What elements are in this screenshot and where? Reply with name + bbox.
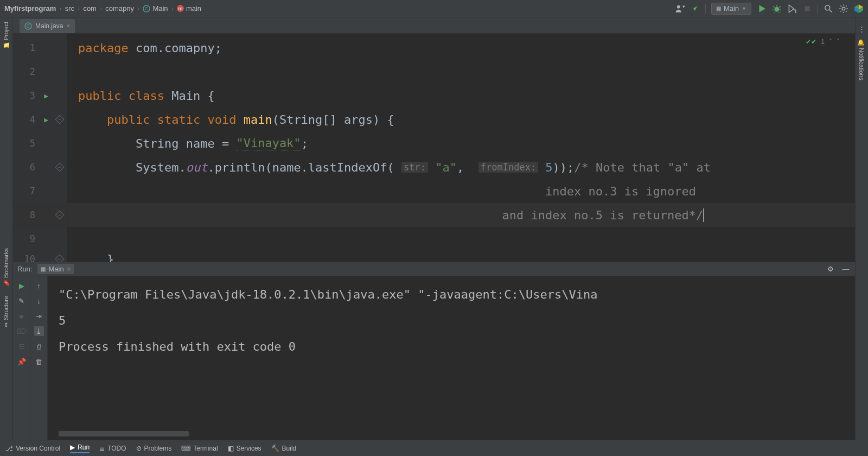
run-config-selector[interactable]: ▦ Main ▼ bbox=[711, 3, 751, 15]
run-tab[interactable]: ▦ Main × bbox=[37, 264, 74, 274]
line-number[interactable]: 1 bbox=[13, 36, 52, 60]
console-line: "C:\Program Files\Java\jdk-18.0.2.1\bin\… bbox=[59, 282, 844, 308]
ide-logo-icon[interactable] bbox=[854, 4, 864, 14]
class-icon: C bbox=[143, 5, 150, 12]
dump-icon[interactable]: ☰ bbox=[17, 341, 27, 351]
svg-point-2 bbox=[677, 5, 680, 8]
vcs-tool-tab[interactable]: ⎇Version Control bbox=[5, 445, 60, 452]
pin-icon[interactable]: 📌 bbox=[17, 357, 27, 366]
close-icon[interactable]: × bbox=[67, 265, 71, 273]
svg-text:C: C bbox=[145, 6, 149, 11]
fold-gutter: − − − − bbox=[52, 34, 67, 262]
chevron-up-icon[interactable]: ˄ bbox=[829, 38, 832, 46]
print-icon[interactable]: ⎙ bbox=[34, 341, 44, 351]
editor-tab-bar: C Main.java × bbox=[13, 17, 855, 34]
chevron-right-icon: › bbox=[170, 4, 175, 12]
chevron-down-icon: ▼ bbox=[742, 6, 746, 11]
bc-method[interactable]: main bbox=[186, 4, 201, 12]
inspection-widget[interactable]: ✔✔ 1 ˄ ˅ bbox=[806, 38, 840, 46]
add-user-icon[interactable]: ▾ bbox=[675, 4, 685, 14]
down-icon[interactable]: ↓ bbox=[34, 296, 44, 306]
checkmark-return-icon[interactable] bbox=[690, 4, 700, 14]
gear-icon[interactable]: ⚙ bbox=[826, 264, 835, 274]
fold-toggle-icon[interactable]: − bbox=[55, 163, 64, 172]
run-tool-tab[interactable]: ▶Run bbox=[70, 444, 90, 453]
run-gutter-icon[interactable]: ▶ bbox=[44, 92, 48, 100]
separator bbox=[705, 4, 706, 14]
inlay-hint: fromIndex: bbox=[478, 162, 538, 173]
stop-icon[interactable]: ■ bbox=[17, 311, 27, 321]
code-area[interactable]: ✔✔ 1 ˄ ˅ package com.comapny; public cla… bbox=[67, 34, 855, 262]
problems-tool-tab[interactable]: ⊘Problems bbox=[136, 445, 172, 452]
fold-toggle-icon[interactable]: − bbox=[55, 255, 64, 262]
stop-button[interactable] bbox=[802, 4, 812, 14]
editor-tab-main[interactable]: C Main.java × bbox=[20, 19, 75, 33]
chevron-down-icon[interactable]: ˅ bbox=[837, 38, 840, 46]
method-icon: m bbox=[177, 5, 184, 12]
app-icon: ▦ bbox=[716, 5, 721, 11]
svg-point-7 bbox=[842, 7, 845, 10]
class-icon: C bbox=[24, 22, 32, 30]
up-icon[interactable]: ↑ bbox=[34, 281, 44, 290]
navigation-bar: Myfirstprogram › src › com › comapny › C… bbox=[0, 0, 868, 17]
run-config-name: Main bbox=[724, 4, 739, 12]
line-number[interactable]: 8 bbox=[13, 203, 52, 227]
edit-config-icon[interactable]: ✎ bbox=[17, 296, 27, 306]
run-side-toolbar: ▶ ✎ ■ ⌦ ☰ 📌 bbox=[13, 276, 30, 440]
minimize-icon[interactable]: — bbox=[841, 264, 851, 274]
more-icon[interactable]: ⋮ bbox=[856, 24, 868, 34]
bc-comapny[interactable]: comapny bbox=[105, 4, 134, 12]
line-number[interactable]: 2 bbox=[13, 60, 52, 84]
terminal-icon: ⌨ bbox=[181, 445, 190, 452]
line-number[interactable]: 10 bbox=[13, 251, 52, 262]
run-button[interactable] bbox=[757, 4, 767, 14]
run-gutter-icon[interactable]: ▶ bbox=[44, 116, 48, 124]
line-number-gutter: 1 2 3▶ 4▶ 5 6 7 8 9 10 bbox=[13, 34, 52, 262]
services-tool-tab[interactable]: ◧Services bbox=[228, 445, 261, 452]
gear-icon[interactable] bbox=[839, 4, 848, 14]
line-number[interactable]: 5 bbox=[13, 131, 52, 155]
bc-com[interactable]: com bbox=[83, 4, 97, 12]
fold-toggle-icon[interactable]: − bbox=[55, 115, 64, 124]
bc-class[interactable]: Main bbox=[152, 4, 168, 12]
notifications-tool-tab[interactable]: 🔔Notifications bbox=[856, 34, 867, 85]
breadcrumb: Myfirstprogram › src › com › comapny › C… bbox=[4, 4, 201, 12]
run-tool-header: Run: ▦ Main × ⚙ — bbox=[13, 262, 855, 276]
line-number[interactable]: 6 bbox=[13, 155, 52, 179]
bc-project[interactable]: Myfirstprogram bbox=[4, 4, 56, 12]
svg-point-6 bbox=[825, 5, 830, 10]
chevron-right-icon: › bbox=[99, 4, 103, 12]
build-tool-tab[interactable]: 🔨Build bbox=[271, 445, 297, 452]
structure-tool-tab[interactable]: ⇔Structure bbox=[0, 292, 11, 332]
rerun-icon[interactable]: ▶ bbox=[17, 281, 27, 290]
exit-icon[interactable]: ⌦ bbox=[17, 326, 27, 336]
bottom-tool-bar: ⎇Version Control ▶Run ≣TODO ⊘Problems ⌨T… bbox=[0, 440, 868, 456]
scroll-end-icon[interactable]: ⤓ bbox=[34, 326, 44, 336]
terminal-tool-tab[interactable]: ⌨Terminal bbox=[181, 445, 218, 452]
line-number[interactable]: 3▶ bbox=[13, 84, 52, 107]
bookmarks-tool-tab[interactable]: 🔖Bookmarks bbox=[0, 244, 11, 292]
code-editor[interactable]: 1 2 3▶ 4▶ 5 6 7 8 9 10 − − − − ✔✔ 1 ˄ bbox=[13, 34, 855, 262]
line-number[interactable]: 9 bbox=[13, 227, 52, 251]
console-output[interactable]: "C:\Program Files\Java\jdk-18.0.2.1\bin\… bbox=[48, 276, 855, 440]
line-number[interactable]: 7 bbox=[13, 179, 52, 203]
trash-icon[interactable]: 🗑 bbox=[34, 357, 44, 366]
debug-button[interactable] bbox=[772, 4, 782, 14]
svg-text:▾: ▾ bbox=[682, 4, 685, 9]
bc-src[interactable]: src bbox=[65, 4, 74, 12]
project-tool-tab[interactable]: 📁Project bbox=[0, 17, 11, 54]
run-icon: ▶ bbox=[70, 444, 75, 451]
line-number[interactable]: 4▶ bbox=[13, 107, 52, 131]
list-icon: ≣ bbox=[99, 445, 105, 452]
hammer-icon: 🔨 bbox=[271, 445, 279, 452]
run-tool-window: Run: ▦ Main × ⚙ — ▶ ✎ ■ ⌦ ☰ 📌 bbox=[13, 262, 855, 440]
run-coverage-button[interactable] bbox=[787, 4, 797, 14]
search-icon[interactable] bbox=[824, 4, 833, 14]
inlay-hint: str: bbox=[401, 162, 428, 173]
horizontal-scrollbar[interactable] bbox=[59, 431, 189, 436]
close-icon[interactable]: × bbox=[66, 22, 70, 30]
todo-tool-tab[interactable]: ≣TODO bbox=[99, 445, 126, 452]
soft-wrap-icon[interactable]: ⇥ bbox=[34, 311, 44, 321]
svg-rect-5 bbox=[805, 6, 810, 11]
fold-toggle-icon[interactable]: − bbox=[55, 211, 64, 220]
